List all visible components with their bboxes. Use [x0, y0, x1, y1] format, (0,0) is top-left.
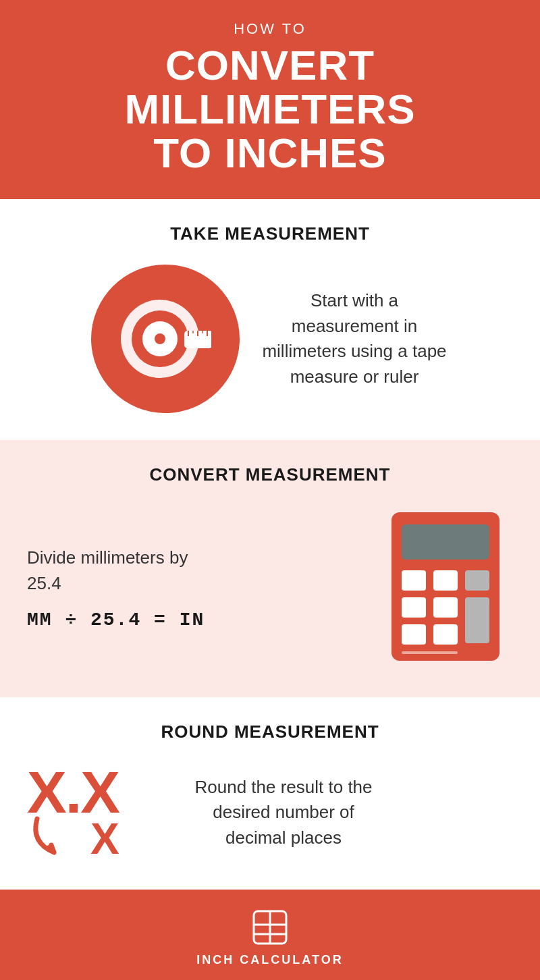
header-how-to: HOW TO [27, 20, 513, 38]
convert-measurement-title: CONVERT MEASUREMENT [149, 464, 390, 485]
round-measurement-section: ROUND MEASUREMENT X.X X Round the result… [0, 697, 540, 890]
round-xx-symbol: X.X [27, 763, 119, 822]
svg-rect-18 [465, 597, 489, 643]
curved-arrow-icon [27, 815, 81, 863]
convert-left: Divide millimeters by 25.4 MM ÷ 25.4 = I… [27, 545, 205, 630]
round-measurement-title: ROUND MEASUREMENT [161, 722, 379, 742]
svg-rect-14 [433, 570, 458, 591]
svg-rect-13 [402, 570, 426, 591]
svg-rect-19 [402, 624, 426, 645]
footer-section: INCH CALCULATOR [0, 890, 540, 980]
svg-rect-21 [402, 651, 458, 654]
footer-label: INCH CALCULATOR [196, 953, 343, 967]
svg-rect-20 [433, 624, 458, 645]
convert-content: Divide millimeters by 25.4 MM ÷ 25.4 = I… [27, 506, 513, 670]
svg-rect-15 [465, 570, 489, 591]
footer-calculator-icon [251, 908, 289, 946]
take-content: Start with a measurement in millimeters … [27, 265, 513, 413]
round-content: X.X X Round the result to the desired nu… [27, 763, 513, 863]
svg-rect-12 [402, 524, 489, 560]
calculator-svg [378, 506, 513, 668]
svg-rect-16 [402, 597, 426, 618]
header-title: CONVERT MILLIMETERS TO INCHES [27, 43, 513, 175]
convert-measurement-section: CONVERT MEASUREMENT Divide millimeters b… [0, 440, 540, 697]
svg-point-3 [155, 333, 165, 344]
convert-formula: MM ÷ 25.4 = IN [27, 609, 205, 630]
svg-rect-17 [433, 597, 458, 618]
svg-rect-10 [211, 329, 215, 350]
round-arrow-x: X [27, 815, 119, 863]
take-measurement-section: TAKE MEASUREMENT Start with [0, 199, 540, 440]
calculator-icon [378, 506, 513, 670]
round-symbol: X.X X [27, 763, 162, 863]
header-section: HOW TO CONVERT MILLIMETERS TO INCHES [0, 0, 540, 199]
convert-description: Divide millimeters by 25.4 [27, 545, 202, 596]
round-x-symbol: X [90, 817, 119, 861]
take-measurement-text: Start with a measurement in millimeters … [260, 288, 449, 390]
take-measurement-title: TAKE MEASUREMENT [170, 223, 370, 244]
round-description: Round the result to the desired number o… [182, 775, 385, 851]
tape-measure-icon-circle [91, 265, 240, 413]
tape-measure-svg [111, 285, 219, 393]
